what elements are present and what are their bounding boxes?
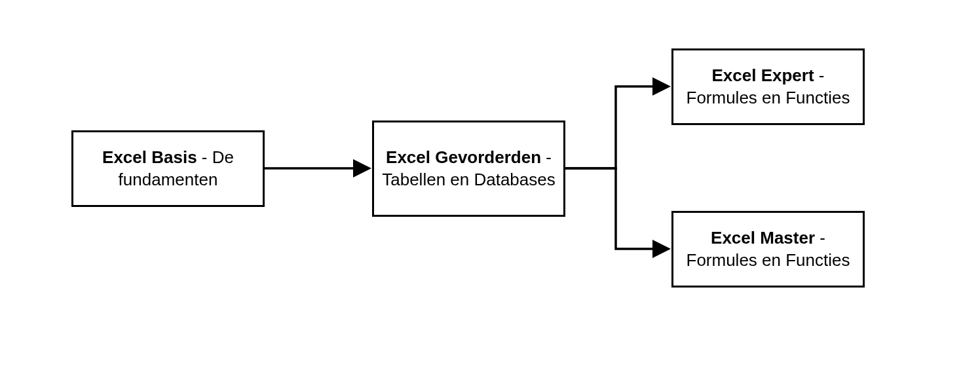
node-title: Excel Gevorderden bbox=[386, 147, 541, 167]
node-excel-basis: Excel Basis - De fundamenten bbox=[71, 130, 265, 207]
node-excel-gevorderden: Excel Gevorderden - Tabellen en Database… bbox=[372, 121, 565, 217]
flowchart-diagram: Excel Basis - De fundamenten Excel Gevor… bbox=[0, 0, 980, 372]
arrow-gevorderden-to-expert bbox=[565, 86, 666, 168]
node-title: Excel Master bbox=[711, 228, 815, 248]
node-title: Excel Expert bbox=[712, 65, 814, 85]
node-title: Excel Basis bbox=[102, 147, 197, 167]
node-excel-master: Excel Master - Formules en Functies bbox=[671, 211, 865, 288]
arrow-gevorderden-to-master bbox=[565, 168, 666, 249]
node-excel-expert: Excel Expert - Formules en Functies bbox=[671, 48, 865, 125]
